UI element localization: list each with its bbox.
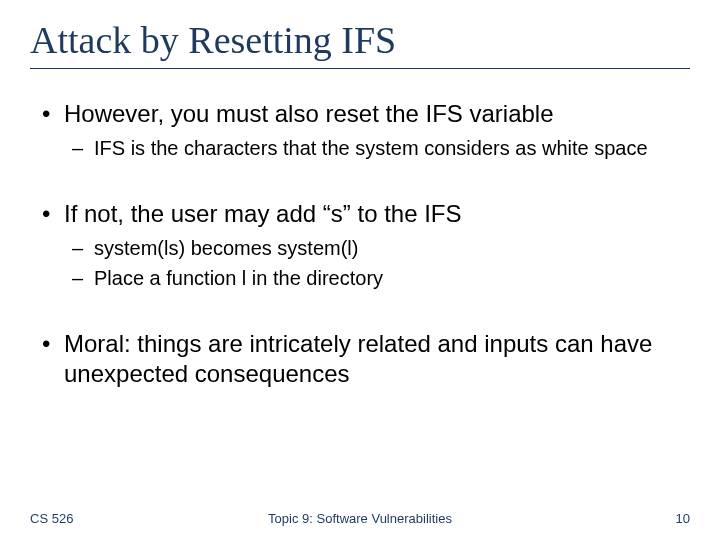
bullet-list: However, you must also reset the IFS var… [36,99,690,389]
bullet-item: If not, the user may add “s” to the IFS … [36,199,690,291]
slide-content: However, you must also reset the IFS var… [30,99,690,389]
footer-center: Topic 9: Software Vulnerabilities [0,511,720,526]
spacer [36,299,690,329]
sub-item: IFS is the characters that the system co… [64,135,690,161]
bullet-text: However, you must also reset the IFS var… [64,100,554,127]
slide-title: Attack by Resetting IFS [30,18,690,62]
footer-right: 10 [676,511,690,526]
bullet-item: Moral: things are intricately related an… [36,329,690,389]
sub-item: Place a function l in the directory [64,265,690,291]
bullet-text: Moral: things are intricately related an… [64,330,652,387]
slide: Attack by Resetting IFS However, you mus… [0,0,720,540]
bullet-text: If not, the user may add “s” to the IFS [64,200,462,227]
sub-list: IFS is the characters that the system co… [64,135,690,161]
title-rule [30,68,690,69]
bullet-item: However, you must also reset the IFS var… [36,99,690,161]
spacer [36,169,690,199]
sub-list: system(ls) becomes system(l) Place a fun… [64,235,690,291]
sub-item: system(ls) becomes system(l) [64,235,690,261]
